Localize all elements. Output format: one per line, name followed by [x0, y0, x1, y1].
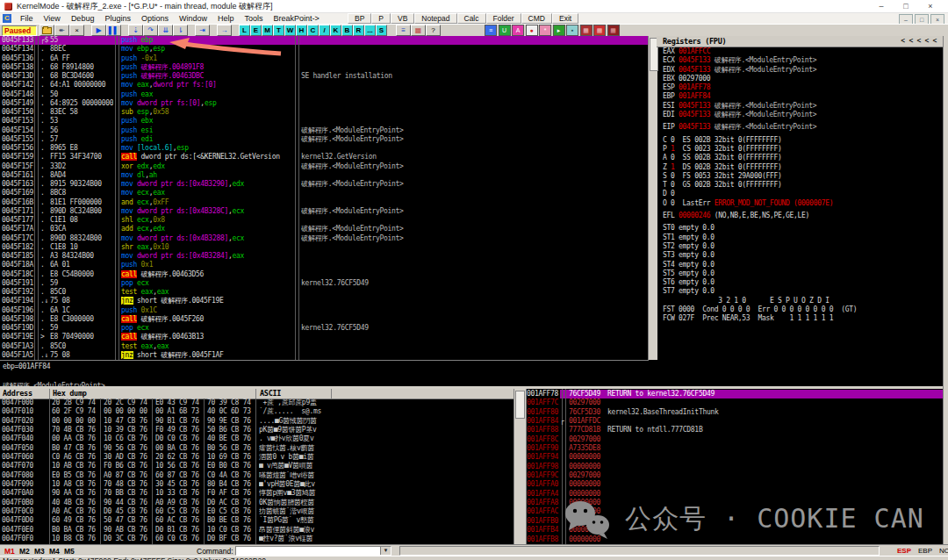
register-line[interactable]: ST5 empty 0.0: [657, 269, 943, 278]
command-dropdown-icon[interactable]: ▼: [380, 547, 391, 555]
view-button-t[interactable]: T: [273, 25, 284, 36]
register-line[interactable]: O 0 LastErr ERROR_MOD_NOT_FOUND (0000007…: [657, 199, 943, 208]
disasm-row[interactable]: 0045F153.53push ebx: [0, 117, 648, 126]
dump-row[interactable]: 0047F02000 00 00 0010 47 CB 7690 B1 CB 7…: [0, 417, 514, 426]
disasm-row[interactable]: 0045F185.A3 84324B00mov dword ptr ds:[0x…: [0, 252, 648, 261]
register-line[interactable]: EDI 0045F133 破解程序.<ModuleEntryPoint>: [657, 111, 943, 119]
view-button-k[interactable]: K: [330, 25, 341, 36]
dump-row[interactable]: 0047F080E0 B5 CB 76A0 87 CB 7660 87 CB 7…: [0, 471, 514, 480]
plugin-icon-5[interactable]: *: [539, 25, 551, 36]
stack-row[interactable]: 001AFF9400000000: [525, 453, 943, 462]
disasm-row[interactable]: 0045F1A5.↓75 08jnz short 破解程序.0045F1AF: [0, 351, 648, 360]
disasm-row[interactable]: 0045F171.890D 8C324B00mov dword ptr ds:[…: [0, 207, 648, 216]
register-line[interactable]: FST 0000 Cond 0 0 0 0 Err 0 0 0 0 0 0 0 …: [657, 305, 943, 314]
plugin-icon-6[interactable]: ▸: [553, 25, 565, 36]
quick-button-p[interactable]: P: [371, 13, 391, 24]
memory-tab-m2[interactable]: M2: [19, 547, 30, 556]
register-line[interactable]: EBX 00297000: [657, 75, 943, 83]
plugin-icon-8[interactable]: ▦: [580, 25, 592, 36]
dump-row[interactable]: 0047F07010 AB CB 76F0 B6 CB 7610 56 CB 7…: [0, 462, 514, 470]
stack-row[interactable]: 001AFF8C00297000: [525, 435, 943, 444]
close-window-icon[interactable]: ×: [69, 25, 84, 36]
register-line[interactable]: ESI 0045F133 破解程序.<ModuleEntryPoint>: [657, 102, 943, 111]
stack-row[interactable]: 001AFF88777CD81BRETURN to ntdll.777CD81B: [525, 426, 943, 434]
disasm-row[interactable]: 0045F1A3.85C0test eax,eax: [0, 342, 648, 351]
disasm-row[interactable]: 0045F138.68 F8914800push 破解程序.004891F8: [0, 63, 648, 72]
quick-button-exit[interactable]: Exit: [552, 13, 578, 24]
disasm-row[interactable]: 0045F134.8BECmov ebp,esp: [0, 45, 648, 54]
disasm-row[interactable]: 0045F18A.6A 01push 0x1: [0, 261, 648, 269]
register-line[interactable]: ST6 empty 0.0: [657, 278, 943, 287]
stack-row[interactable]: 001AFF7C00297000: [525, 398, 943, 407]
animate-into-icon[interactable]: ⇊: [158, 25, 173, 36]
right-scroll-strip[interactable]: [943, 36, 948, 544]
disasm-row[interactable]: 0045F13D.68 BC3D4600push 破解程序.00463DBCSE…: [0, 72, 648, 81]
disasm-row[interactable]: 0045F192.85C0test eax,eax: [0, 288, 648, 297]
view-button-b[interactable]: B: [341, 25, 353, 36]
memory-tab-m4[interactable]: M4: [49, 547, 60, 556]
menu-item-help[interactable]: Help: [212, 14, 240, 23]
stack-row[interactable]: 001AFF7876CF5D49RETURN to kernel32.76CF5…: [525, 390, 943, 398]
dump-row[interactable]: 0047F03070 4B CB 7610 39 CB 76F0 49 CB 7…: [0, 426, 514, 434]
go-to-icon[interactable]: →: [217, 25, 232, 36]
menu-item-tools[interactable]: Tools: [240, 14, 269, 23]
disasm-row[interactable]: 0045F194.↓75 08jnz short 破解程序.0045F19E: [0, 297, 648, 305]
disasm-row[interactable]: 0045F191.59pop ecxkernel32.76CF5D49: [0, 279, 648, 288]
disasm-row[interactable]: 0045F133┌$55push ebp: [0, 36, 648, 45]
register-line[interactable]: EAX 001AFFCC: [657, 47, 943, 56]
disasm-row[interactable]: 0045F15F.33D2xor edx,edx破解程序.<ModuleEntr…: [0, 162, 648, 171]
step-into-icon[interactable]: ⇣: [128, 25, 143, 36]
disasm-row[interactable]: 0045F17C.890D 88324B00mov dword ptr ds:[…: [0, 234, 648, 243]
disasm-row[interactable]: 0045F154.56push esi破解程序.<ModuleEntryPoin…: [0, 126, 648, 135]
disasm-row[interactable]: 0045F17A.03CAadd ecx,edx破解程序.<ModuleEntr…: [0, 225, 648, 233]
register-line[interactable]: EFL 00000246 (NO,NB,E,BE,NS,PE,GE,LE): [657, 212, 943, 220]
disasm-row[interactable]: 0045F163.8915 90324B00mov dword ptr ds:[…: [0, 180, 648, 189]
maximize-button[interactable]: □: [894, 2, 918, 11]
dump-row[interactable]: 0047F0F010 B8 CB 76D0 3C CB 7660 C0 CB 7…: [0, 535, 514, 543]
view-button-m[interactable]: M: [262, 25, 273, 36]
pause-icon[interactable]: ▌▌: [106, 25, 121, 36]
register-line[interactable]: T 0 GS 002B 32bit 0(FFFFFFFF): [657, 181, 943, 190]
plugin-icon-4[interactable]: ●: [526, 25, 538, 36]
quick-button-bp[interactable]: BP: [348, 13, 371, 24]
help-icon[interactable]: ?: [426, 25, 441, 36]
run-icon[interactable]: ▶: [91, 25, 106, 36]
dump-row[interactable]: 0047F0C0A0 AC CB 76D0 45 CB 7660 C5 CB 7…: [0, 507, 514, 516]
menu-item-options[interactable]: Options: [136, 14, 174, 23]
stack-row[interactable]: 001AFF90A7335DE8: [525, 444, 943, 453]
execute-till-return-icon[interactable]: ⇥: [195, 25, 210, 36]
view-button-w[interactable]: W: [284, 25, 296, 36]
register-line[interactable]: ST0 empty 0.0: [657, 224, 943, 233]
stack-row[interactable]: 001AFFA000000000: [525, 480, 943, 489]
plugin-icon-3[interactable]: A: [512, 25, 524, 36]
quick-button-vb[interactable]: VB: [391, 13, 414, 24]
dump-row[interactable]: 0047F09010 A8 CB 7670 48 CB 7630 45 CB 7…: [0, 480, 514, 489]
dump-row[interactable]: 0047F0B040 4B CB 7690 44 CB 76A0 A9 CB 7…: [0, 499, 514, 507]
dump-row[interactable]: 0047F01060 2F C9 7400 00 00 0000 A1 6B 7…: [0, 407, 514, 416]
view-button-r[interactable]: R: [353, 25, 364, 36]
register-line[interactable]: EDX 0045F133 破解程序.<ModuleEntryPoint>: [657, 66, 943, 75]
register-line[interactable]: ST3 empty 0.0: [657, 251, 943, 260]
disasm-row[interactable]: 0045F169.8BC8mov ecx,eax: [0, 189, 648, 197]
menu-item-plugins[interactable]: Plugins: [99, 14, 136, 23]
disasm-row[interactable]: 0045F19E>E8 70490000call 破解程序.00463B13: [0, 333, 648, 341]
cpu-window-icon[interactable]: C: [3, 14, 11, 23]
view-button-c[interactable]: C: [307, 25, 319, 36]
status-flag-none[interactable]: NONE: [939, 547, 948, 555]
dump-row[interactable]: 0047F060C0 A6 CB 7630 AD CB 7620 62 CB 7…: [0, 453, 514, 462]
stack-row[interactable]: 001AFF9C00297000: [525, 471, 943, 480]
status-flag-esp[interactable]: ESP: [897, 547, 911, 555]
view-button-s[interactable]: S: [376, 25, 387, 36]
plugin-icon-2[interactable]: U: [499, 25, 511, 36]
disasm-row[interactable]: 0045F159.FF15 34F34700call dword ptr ds:…: [0, 153, 648, 162]
view-button-dots[interactable]: ...: [364, 25, 376, 36]
menu-item-breakpoint[interactable]: BreakPoint->: [269, 14, 325, 23]
quick-button-notepad[interactable]: Notepad: [414, 13, 456, 24]
register-line[interactable]: Z 1 DS 002B 32bit 0(FFFFFFFF): [657, 163, 943, 172]
register-line[interactable]: S 0 FS 0053 32bit 29A000(FFF): [657, 172, 943, 181]
plugin-icon-10[interactable]: ▦: [607, 25, 620, 36]
disasm-row[interactable]: 0045F196.6A 1Cpush 0x1C: [0, 306, 648, 315]
register-line[interactable]: 3 2 1 0 E S P U O Z D I: [657, 297, 943, 305]
minimize-button[interactable]: –: [869, 2, 894, 11]
open-file-icon[interactable]: [40, 25, 54, 36]
